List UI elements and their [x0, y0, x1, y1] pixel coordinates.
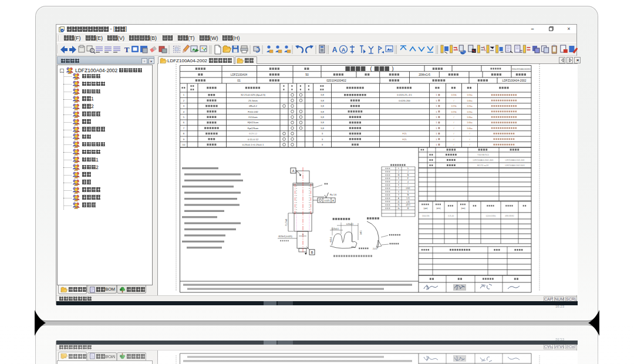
- svg-text:0.11-0.12: 0.11-0.12: [248, 138, 259, 141]
- svg-text:h: h: [398, 167, 399, 170]
- svg-text:3,8: 3,8: [321, 99, 325, 102]
- svg-text:0.25±0.1: 0.25±0.1: [332, 228, 339, 230]
- svg-text:9: 9: [398, 194, 399, 196]
- svg-text:1/2ka: 1/2ka: [467, 93, 473, 96]
- svg-text:LDFZ100A04-2002: LDFZ100A04-2002: [503, 79, 527, 82]
- svg-text:5: 5: [183, 116, 185, 119]
- svg-text:/: /: [469, 138, 470, 141]
- svg-text:50: 50: [305, 73, 309, 76]
- svg-text:b: b: [398, 184, 399, 186]
- svg-text:(: (: [370, 66, 372, 72]
- svg-text:20MnCr5: 20MnCr5: [419, 73, 430, 76]
- svg-text:2-0.5: 2-0.5: [373, 248, 377, 250]
- svg-text:Φ29.12: Φ29.12: [249, 132, 258, 135]
- svg-text:f'≤10um: f'≤10um: [248, 116, 258, 119]
- svg-text:1: 1: [436, 99, 437, 102]
- svg-text:3,8: 3,8: [321, 121, 325, 124]
- svg-text:4p: 4p: [397, 174, 400, 176]
- svg-text:3: 3: [322, 138, 323, 141]
- svg-text:1/2ka: 1/2ka: [467, 105, 473, 107]
- svg-text:020104100402: 020104100402: [326, 79, 346, 82]
- svg-text:1/4ka: 1/4ka: [467, 116, 473, 119]
- svg-text:A: A: [292, 169, 295, 173]
- svg-text:1/4ka: 1/4ka: [467, 121, 473, 124]
- svg-text:10: 10: [183, 143, 186, 146]
- svg-text:0.25±0.1: 0.25±0.1: [346, 223, 353, 225]
- svg-text:1: 1: [436, 138, 437, 141]
- svg-text:d: d: [407, 181, 409, 183]
- svg-text:1/2ka: 1/2ka: [467, 110, 473, 113]
- svg-text:LDFZ100A04: LDFZ100A04: [231, 73, 248, 76]
- svg-text:): ): [392, 66, 394, 72]
- svg-text:6: 6: [183, 121, 185, 124]
- svg-text:T: T: [124, 45, 130, 54]
- svg-text:3,8: 3,8: [321, 116, 325, 119]
- svg-text:1344-336: 1344-336: [422, 215, 430, 217]
- svg-text:d: d: [398, 181, 399, 183]
- svg-text:1: 1: [436, 116, 437, 119]
- svg-text:Ra 1.6: Ra 1.6: [330, 194, 336, 196]
- svg-text:/: /: [453, 127, 454, 130]
- svg-text:1: 1: [436, 105, 437, 107]
- svg-text:/: /: [453, 138, 454, 141]
- svg-text:9: 9: [407, 191, 409, 193]
- svg-text:4p: 4p: [407, 174, 409, 176]
- svg-text:/: /: [469, 132, 470, 135]
- svg-text:A: A: [398, 197, 399, 200]
- svg-text:/: /: [453, 132, 454, 135]
- svg-text:7: 7: [398, 187, 399, 190]
- svg-text:F25: F25: [402, 132, 407, 135]
- svg-text:h: h: [407, 167, 409, 170]
- svg-text:(rpm): (rpm): [423, 207, 427, 210]
- svg-text:1: 1: [436, 143, 437, 146]
- svg-text:0.841: 0.841: [406, 187, 410, 190]
- svg-text:1/20k: 1/20k: [451, 93, 457, 96]
- svg-text:1: 1: [436, 121, 437, 124]
- svg-text:1: 1: [183, 93, 185, 96]
- svg-text:Fp≤29um: Fp≤29um: [248, 127, 259, 130]
- svg-text:1: 1: [436, 93, 437, 96]
- svg-text:3,8: 3,8: [321, 127, 325, 130]
- svg-text:0.02/0-200: 0.02/0-200: [399, 99, 410, 102]
- svg-text:/: /: [453, 121, 454, 124]
- svg-text:32.21±0.025 (4p=4.5): 32.21±0.025 (4p=4.5): [241, 93, 266, 96]
- svg-text:Φ25h7(-0.021): Φ25h7(-0.021): [278, 235, 292, 238]
- svg-text:7: 7: [183, 127, 185, 130]
- svg-text:1: 1: [436, 132, 437, 135]
- svg-text:a29.3: a29.3: [406, 204, 410, 206]
- svg-text:LDFZ100A04-2002-D001: LDFZ100A04-2002-D001: [505, 164, 525, 167]
- svg-text:TX03 B675C5: TX03 B675C5: [477, 154, 489, 156]
- svg-text:8: 8: [398, 177, 399, 180]
- svg-text:/: /: [453, 143, 454, 146]
- svg-text:Fr≤0.032: Fr≤0.032: [248, 110, 258, 113]
- svg-text:LDFZ100A04-2002-J001: LDFZ100A04-2002-J001: [505, 159, 524, 161]
- svg-text:4a: 4a: [397, 207, 400, 210]
- svg-text:/: /: [469, 143, 470, 146]
- svg-text:3: 3: [322, 143, 323, 146]
- svg-text:9: 9: [183, 138, 185, 141]
- svg-text:1/25k: 1/25k: [451, 110, 457, 113]
- svg-text:/: /: [408, 184, 409, 186]
- svg-text:3: 3: [183, 105, 185, 107]
- svg-text:3,8: 3,8: [321, 93, 325, 96]
- svg-text:a 30: a 30: [406, 201, 410, 203]
- svg-text:A: A: [332, 46, 338, 54]
- svg-text:8°: 8°: [407, 177, 409, 180]
- svg-text:9b: 9b: [407, 194, 409, 196]
- svg-text:4: 4: [183, 110, 185, 113]
- svg-text:≤Ra3.2: ≤Ra3.2: [249, 105, 258, 107]
- svg-text:W2Jk.LDFZ100A04-2002.08.01: W2Jk.LDFZ100A04-2002.08.01: [512, 68, 531, 70]
- svg-text:LDFZ100A04-2002-J001: LDFZ100A04-2002-J001: [473, 159, 493, 161]
- svg-text:1: 1: [436, 110, 437, 113]
- svg-text:(mm): (mm): [461, 207, 466, 210]
- svg-text:8: 8: [183, 132, 185, 135]
- svg-text:1: 1: [436, 127, 437, 130]
- svg-text:1(2)/0.61/8(h): 1(2)/0.61/8(h): [486, 215, 496, 217]
- svg-text:A: A: [342, 47, 346, 53]
- svg-text:/: /: [453, 99, 454, 102]
- svg-text:25.5mm: 25.5mm: [248, 99, 258, 102]
- svg-text:2: 2: [183, 99, 185, 102]
- svg-text:1/4ka: 1/4ka: [467, 127, 473, 130]
- svg-text:71.5h9: 71.5h9: [285, 218, 288, 226]
- svg-text:41: 41: [397, 201, 400, 203]
